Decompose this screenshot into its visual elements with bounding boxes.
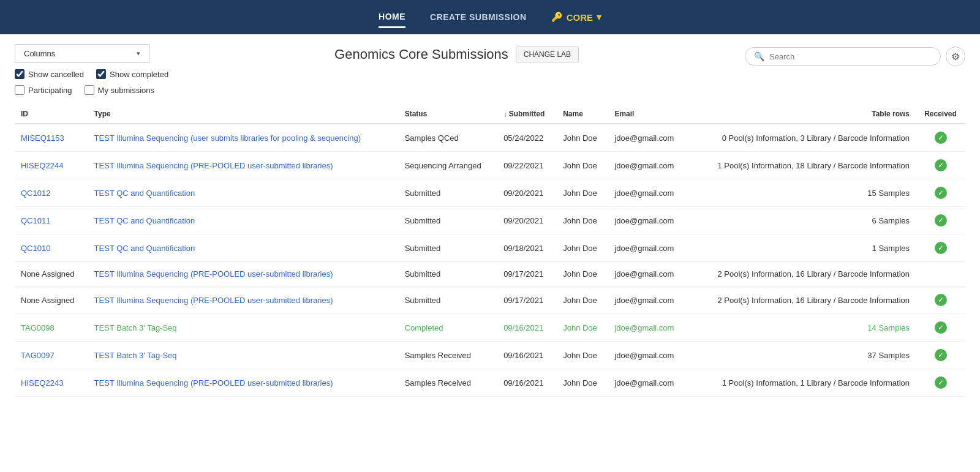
cell-email: jdoe@gmail.com <box>608 124 688 152</box>
cell-id: HISEQ2243 <box>15 369 88 397</box>
cell-name: John Doe <box>557 314 608 342</box>
cell-email: jdoe@gmail.com <box>608 262 688 287</box>
cell-received: ✓ <box>916 314 965 342</box>
controls-row: Columns ▾ Show cancelled Show completed … <box>15 44 965 95</box>
submission-id: None Assigned <box>21 269 74 279</box>
cell-status: Submitted <box>399 234 497 262</box>
cell-id: None Assigned <box>15 262 88 287</box>
submission-type-link[interactable]: TEST QC and Quantification <box>94 244 195 253</box>
cell-table-rows: 0 Pool(s) Information, 3 Library / Barco… <box>688 124 916 152</box>
submission-id-link[interactable]: MISEQ1153 <box>21 133 64 143</box>
cell-name: John Doe <box>557 262 608 287</box>
cell-received: ✓ <box>916 342 965 369</box>
my-submissions-checkbox[interactable] <box>85 85 94 95</box>
table-row: QC1010 TEST QC and Quantification Submit… <box>15 234 965 262</box>
submission-type-link[interactable]: TEST QC and Quantification <box>94 189 195 198</box>
change-lab-button[interactable]: CHANGE LAB <box>516 47 579 62</box>
search-input[interactable] <box>769 52 932 61</box>
cell-status: Samples Received <box>399 342 497 369</box>
submission-id-link[interactable]: TAG0098 <box>21 323 55 332</box>
search-area: 🔍 ⚙ <box>745 44 965 66</box>
cell-received: ✓ <box>916 207 965 234</box>
cell-name: John Doe <box>557 152 608 179</box>
cell-type: TEST Batch 3' Tag-Seq <box>88 342 399 369</box>
cell-received: ✓ <box>916 369 965 397</box>
cell-type: TEST Illumina Sequencing (PRE-POOLED use… <box>88 262 399 287</box>
submission-type-link[interactable]: TEST Batch 3' Tag-Seq <box>94 323 177 332</box>
received-check: ✓ <box>935 321 947 334</box>
submissions-table: ID Type Status ↓Submitted Name Email Tab… <box>15 105 965 397</box>
participating-checkbox-label[interactable]: Participating <box>15 85 72 95</box>
show-cancelled-checkbox[interactable] <box>15 69 24 79</box>
received-check: ✓ <box>935 242 947 254</box>
columns-dropdown[interactable]: Columns ▾ <box>15 44 149 63</box>
submission-id-link[interactable]: HISEQ2243 <box>21 378 63 388</box>
table-row: TAG0098 TEST Batch 3' Tag-Seq Completed … <box>15 314 965 342</box>
submission-id-link[interactable]: QC1011 <box>21 216 50 225</box>
cell-type: TEST Illumina Sequencing (PRE-POOLED use… <box>88 287 399 314</box>
nav-create-submission[interactable]: CREATE SUBMISSION <box>430 7 527 27</box>
cell-table-rows: 1 Samples <box>688 234 916 262</box>
show-completed-checkbox-label[interactable]: Show completed <box>96 69 168 79</box>
show-cancelled-label: Show cancelled <box>28 70 84 79</box>
submission-id-link[interactable]: QC1012 <box>21 189 50 198</box>
cell-received: ✓ <box>916 287 965 314</box>
cell-table-rows: 14 Samples <box>688 314 916 342</box>
table-row: MISEQ1153 TEST Illumina Sequencing (user… <box>15 124 965 152</box>
settings-button[interactable]: ⚙ <box>946 47 965 66</box>
submission-type-link[interactable]: TEST Illumina Sequencing (PRE-POOLED use… <box>94 378 333 388</box>
nav-home[interactable]: HOME <box>379 7 405 28</box>
cell-type: TEST Batch 3' Tag-Seq <box>88 314 399 342</box>
submission-id-link[interactable]: TAG0097 <box>21 351 55 360</box>
submission-type-link[interactable]: TEST Illumina Sequencing (PRE-POOLED use… <box>94 296 333 305</box>
cell-id: MISEQ1153 <box>15 124 88 152</box>
show-completed-checkbox[interactable] <box>96 69 106 79</box>
page-title-area: Genomics Core Submissions CHANGE LAB <box>334 44 579 62</box>
submission-type-link[interactable]: TEST QC and Quantification <box>94 216 195 225</box>
cell-received: ✓ <box>916 124 965 152</box>
submission-id-link[interactable]: HISEQ2244 <box>21 161 63 170</box>
submission-type-link[interactable]: TEST Illumina Sequencing (PRE-POOLED use… <box>94 161 333 170</box>
nav-core-dropdown[interactable]: 🔑 CORE ▾ <box>551 12 601 23</box>
cell-email: jdoe@gmail.com <box>608 152 688 179</box>
cell-id: TAG0097 <box>15 342 88 369</box>
gear-icon: ⚙ <box>951 51 960 62</box>
submission-type-link[interactable]: TEST Batch 3' Tag-Seq <box>94 351 177 360</box>
show-cancelled-checkbox-label[interactable]: Show cancelled <box>15 69 84 79</box>
cell-received <box>916 262 965 287</box>
cell-submitted: 05/24/2022 <box>497 124 557 152</box>
cell-status: Submitted <box>399 287 497 314</box>
main-content: Columns ▾ Show cancelled Show completed … <box>0 34 980 472</box>
received-check: ✓ <box>935 214 947 227</box>
cell-name: John Doe <box>557 124 608 152</box>
table-row: TAG0097 TEST Batch 3' Tag-Seq Samples Re… <box>15 342 965 369</box>
columns-label: Columns <box>24 49 55 58</box>
cell-name: John Doe <box>557 369 608 397</box>
cell-table-rows: 37 Samples <box>688 342 916 369</box>
cell-name: John Doe <box>557 234 608 262</box>
cell-type: TEST Illumina Sequencing (PRE-POOLED use… <box>88 369 399 397</box>
my-submissions-checkbox-label[interactable]: My submissions <box>85 85 154 95</box>
submission-type-link[interactable]: TEST Illumina Sequencing (PRE-POOLED use… <box>94 269 333 279</box>
cell-email: jdoe@gmail.com <box>608 314 688 342</box>
submission-id-link[interactable]: QC1010 <box>21 244 50 253</box>
participating-checkbox[interactable] <box>15 85 24 95</box>
cell-submitted: 09/16/2021 <box>497 342 557 369</box>
cell-submitted: 09/16/2021 <box>497 314 557 342</box>
col-header-received: Received <box>916 105 965 124</box>
cell-email: jdoe@gmail.com <box>608 287 688 314</box>
cell-submitted: 09/17/2021 <box>497 262 557 287</box>
col-header-submitted[interactable]: ↓Submitted <box>497 105 557 124</box>
col-header-table-rows: Table rows <box>688 105 916 124</box>
cell-status: Submitted <box>399 179 497 207</box>
cell-table-rows: 2 Pool(s) Information, 16 Library / Barc… <box>688 262 916 287</box>
cell-email: jdoe@gmail.com <box>608 179 688 207</box>
table-row: QC1012 TEST QC and Quantification Submit… <box>15 179 965 207</box>
submission-type-link[interactable]: TEST Illumina Sequencing (user submits l… <box>94 133 361 143</box>
cell-name: John Doe <box>557 342 608 369</box>
received-check: ✓ <box>935 159 947 171</box>
cell-email: jdoe@gmail.com <box>608 207 688 234</box>
table-header: ID Type Status ↓Submitted Name Email Tab… <box>15 105 965 124</box>
cell-type: TEST QC and Quantification <box>88 234 399 262</box>
search-icon: 🔍 <box>754 51 764 61</box>
